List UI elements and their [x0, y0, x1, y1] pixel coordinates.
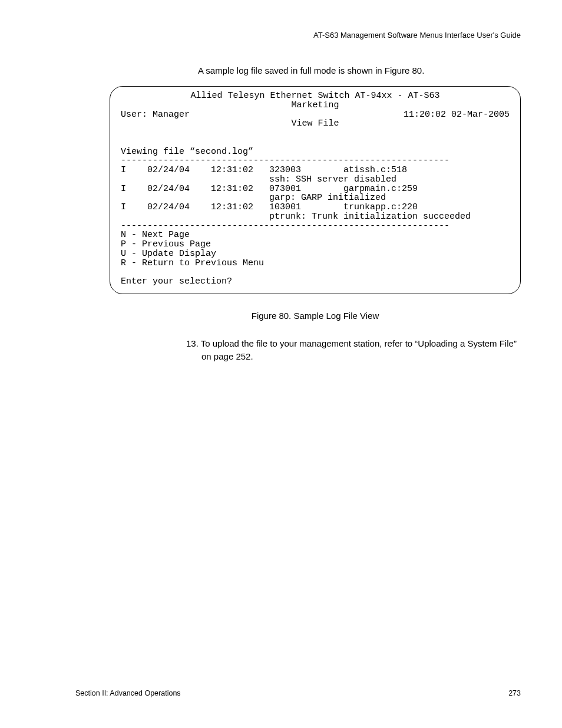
- log-entry-2-line2: ptrunk: Trunk initialization succeeded: [121, 212, 471, 222]
- terminal-menu-2: U - Update Display: [121, 249, 216, 259]
- intro-text: A sample log file saved in full mode is …: [198, 65, 521, 75]
- log-entry-0-line1: I 02/24/04 12:31:02 323003 atissh.c:518: [121, 165, 407, 175]
- log-entry-2-line1: I 02/24/04 12:31:02 103001 trunkapp.c:22…: [121, 202, 418, 212]
- footer-section: Section II: Advanced Operations: [75, 689, 181, 697]
- figure-caption: Figure 80. Sample Log File View: [110, 311, 521, 321]
- guide-title: AT-S63 Management Software Menus Interfa…: [313, 31, 521, 39]
- terminal-title-1: Allied Telesyn Ethernet Switch AT-94xx -…: [121, 91, 510, 101]
- log-entry-1-line1: I 02/24/04 12:31:02 073001 garpmain.c:25…: [121, 184, 418, 194]
- terminal-menu-1: P - Previous Page: [121, 239, 211, 249]
- log-entry-1-line2: garp: GARP initialized: [121, 193, 386, 203]
- terminal-user: User: Manager: [121, 110, 190, 120]
- page-number: 273: [508, 689, 521, 697]
- terminal-divider-2: ----------------------------------------…: [121, 221, 449, 231]
- terminal-title-2: Marketing: [121, 101, 510, 110]
- step-13: 13. To upload the file to your managemen…: [186, 337, 521, 363]
- terminal-divider: ----------------------------------------…: [121, 156, 449, 166]
- log-entry-0-line2: ssh: SSH server disabled: [121, 174, 396, 185]
- step-number: 13.: [186, 338, 199, 348]
- page-header: AT-S63 Management Software Menus Interfa…: [75, 31, 521, 39]
- terminal-viewing: Viewing file “second.log”: [121, 147, 253, 157]
- terminal-subtitle: View File: [121, 119, 510, 129]
- terminal-menu-3: R - Return to Previous Menu: [121, 258, 264, 268]
- terminal-menu-0: N - Next Page: [121, 230, 190, 240]
- terminal-sample: Allied Telesyn Ethernet Switch AT-94xx -…: [110, 86, 521, 294]
- step-text: To upload the file to your management st…: [201, 338, 517, 361]
- terminal-datetime: 11:20:02 02-Mar-2005: [404, 110, 510, 120]
- terminal-prompt: Enter your selection?: [121, 276, 232, 286]
